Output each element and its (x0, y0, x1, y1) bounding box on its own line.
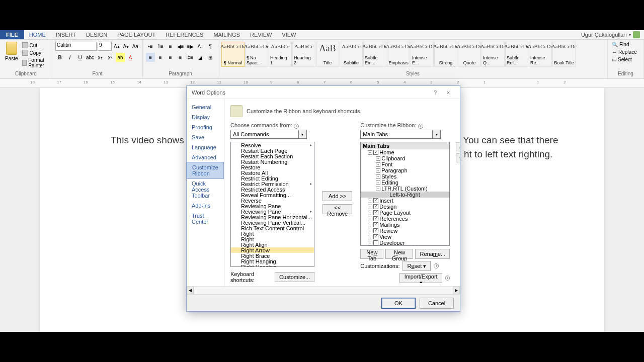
category-add-ins[interactable]: Add-ins (187, 201, 224, 211)
command-item[interactable]: Resolve▸ (231, 142, 314, 148)
customize-ribbon-combo[interactable]: Main Tabs▾ (360, 130, 441, 139)
paste-button[interactable]: Paste (2, 41, 21, 70)
style-intense-re---[interactable]: AaBbCcDcIntense Re... (529, 42, 552, 67)
checkbox[interactable]: ✓ (373, 216, 378, 221)
expand-toggle[interactable]: + (376, 180, 380, 185)
style-subtle-ref---[interactable]: AaBbCcDcSubtle Ref... (505, 42, 528, 67)
checkbox[interactable]: ✓ (373, 210, 378, 215)
expand-toggle[interactable]: + (368, 223, 372, 227)
style-intense-e---[interactable]: AaBbCcDcIntense E... (411, 42, 434, 67)
info-icon[interactable]: i (445, 276, 450, 281)
text-highlight-button[interactable]: ab (116, 53, 125, 62)
expand-toggle[interactable]: + (376, 156, 380, 161)
rename-button[interactable]: Rename... (415, 249, 450, 259)
expand-toggle[interactable]: − (376, 187, 380, 191)
command-item[interactable]: Right Hanging (231, 264, 314, 267)
command-item[interactable]: Right (231, 231, 314, 236)
strikethrough-button[interactable]: abc (86, 53, 95, 62)
new-group-button[interactable]: New Group (385, 249, 413, 259)
info-icon[interactable]: i (418, 124, 423, 129)
copy-button[interactable]: Copy (21, 49, 50, 56)
move-up-button[interactable]: ▲ (456, 142, 460, 151)
borders-button[interactable]: ⊞ (206, 53, 215, 62)
tree-node[interactable]: +Paragraph (361, 167, 449, 173)
import-export-button[interactable]: Import/Export ▾ (399, 273, 442, 283)
command-item[interactable]: Right Arrow (231, 247, 314, 253)
tree-node[interactable]: +✓View (361, 234, 449, 240)
cancel-button[interactable]: Cancel (420, 298, 454, 309)
style-subtitle[interactable]: AaBbCcSubtitle (340, 42, 363, 67)
ribbon-tree[interactable]: Main Tabs −✓Home+Clipboard+Font+Paragrap… (360, 142, 450, 246)
tree-node[interactable]: +Font (361, 161, 449, 167)
change-case-button[interactable]: Aa (131, 42, 139, 51)
tree-node[interactable]: +Styles (361, 173, 449, 179)
expand-toggle[interactable]: + (368, 217, 372, 221)
commands-listbox[interactable]: Resolve▸Restart Each PageRestart Each Se… (230, 142, 314, 267)
expand-toggle[interactable]: + (368, 235, 372, 239)
command-item[interactable]: Restore All (231, 170, 314, 175)
command-item[interactable]: Restore (231, 164, 314, 170)
checkbox[interactable]: ✓ (373, 198, 378, 203)
tree-node[interactable]: +✓Insert (361, 198, 449, 204)
grow-font-button[interactable]: A▴ (113, 42, 121, 51)
new-tab-button[interactable]: New Tab (360, 249, 383, 259)
help-button[interactable]: ? (429, 87, 442, 98)
category-save[interactable]: Save (187, 132, 224, 142)
bullets-button[interactable]: •≡ (146, 42, 155, 51)
checkbox[interactable]: ✓ (373, 150, 378, 155)
choose-commands-combo[interactable]: All Commands▾ (230, 130, 307, 139)
subscript-button[interactable]: x₂ (96, 53, 105, 62)
command-item[interactable]: Restrict Editing (231, 175, 314, 181)
tree-node[interactable]: +✓Review (361, 228, 449, 234)
font-name-select[interactable]: Calibri (55, 42, 97, 51)
customize-keyboard-button[interactable]: Customize... (275, 272, 314, 282)
command-item[interactable]: Restart Numbering (231, 159, 314, 164)
category-general[interactable]: General (187, 102, 224, 112)
tree-node[interactable]: −LTR,RTL (Custom) (361, 186, 449, 192)
checkbox[interactable]: ✓ (373, 204, 378, 209)
add-button[interactable]: Add >> (323, 191, 352, 201)
tab-page-layout[interactable]: PAGE LAYOUT (112, 30, 160, 39)
category-display[interactable]: Display (187, 112, 224, 122)
style-title[interactable]: AaBTitle (316, 42, 339, 67)
numbering-button[interactable]: 1≡ (156, 42, 165, 51)
style-book-title[interactable]: AaBbCcDcBook Title (552, 42, 576, 67)
style---no-spac---[interactable]: AaBbCcDc¶ No Spac... (245, 42, 268, 67)
command-item[interactable]: Reviewing Pane▸ (231, 209, 314, 214)
align-center-button[interactable]: ≡ (156, 53, 165, 62)
command-item[interactable]: Restart Each Section (231, 153, 314, 159)
command-item[interactable]: Reviewing Pane (231, 203, 314, 209)
command-item[interactable]: Reviewing Pane Vertical... (231, 220, 314, 225)
sort-button[interactable]: A↓ (196, 42, 205, 51)
style-emphasis[interactable]: AaBbCcDcEmphasis (387, 42, 410, 67)
tree-node[interactable]: +✓Page Layout (361, 210, 449, 216)
find-button[interactable]: 🔍Find (610, 41, 641, 48)
increase-indent-button[interactable]: ≡▶ (186, 42, 195, 51)
command-item[interactable]: Reviewing Pane Horizontal... (231, 214, 314, 220)
checkbox[interactable]: ✓ (373, 222, 378, 227)
select-button[interactable]: ▭Select (610, 56, 641, 63)
command-item[interactable]: Restart Each Page (231, 148, 314, 153)
command-item[interactable]: Restrict Permission▸ (231, 181, 314, 187)
command-item[interactable]: Right Hanging (231, 258, 314, 264)
align-right-button[interactable]: ≡ (166, 53, 175, 62)
command-item[interactable]: Reveal Formatting... (231, 192, 314, 198)
style-heading-2[interactable]: AaBbCcHeading 2 (292, 42, 315, 67)
move-down-button[interactable]: ▼ (456, 153, 460, 162)
tree-node[interactable]: Left-to-Right (361, 192, 449, 198)
bold-button[interactable]: B (55, 53, 64, 62)
dialog-horizontal-scrollbar[interactable]: ◀▶ (187, 286, 460, 294)
tree-node[interactable]: −✓Home (361, 149, 449, 155)
tree-node[interactable]: +✓Mailings (361, 222, 449, 228)
style-heading-1[interactable]: AaBbCcHeading 1 (269, 42, 292, 67)
tab-insert[interactable]: INSERT (51, 30, 81, 39)
expand-toggle[interactable]: + (368, 205, 372, 209)
show-marks-button[interactable]: ¶ (206, 42, 215, 51)
info-icon[interactable]: i (434, 263, 439, 268)
tab-home[interactable]: HOME (24, 30, 51, 39)
checkbox[interactable] (373, 240, 378, 245)
expand-toggle[interactable]: + (376, 174, 380, 179)
expand-toggle[interactable]: − (368, 150, 372, 155)
expand-toggle[interactable]: + (368, 199, 372, 203)
format-painter-button[interactable]: Format Painter (21, 57, 50, 69)
